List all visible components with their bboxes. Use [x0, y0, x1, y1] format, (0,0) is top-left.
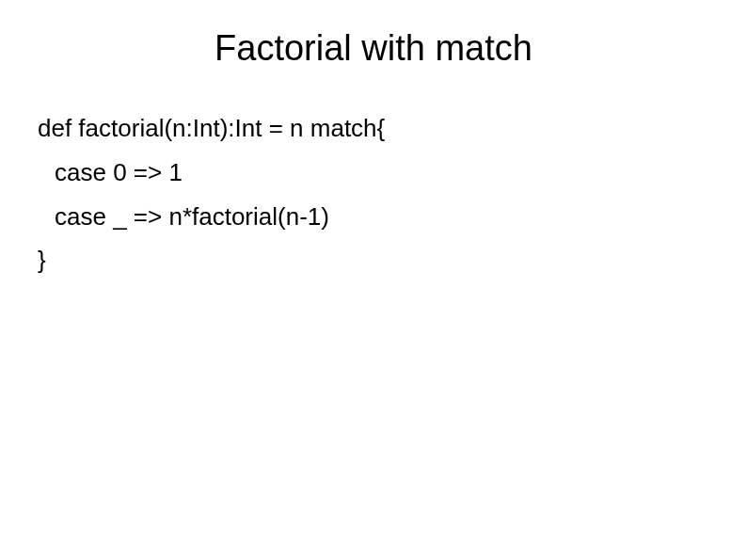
code-line-1: def factorial(n:Int):Int = n match{ — [38, 106, 709, 151]
slide: Factorial with match def factorial(n:Int… — [0, 0, 747, 560]
code-line-2: case 0 => 1 — [38, 151, 709, 195]
slide-title: Factorial with match — [38, 28, 709, 69]
code-block: def factorial(n:Int):Int = n match{ case… — [38, 106, 709, 282]
code-line-4: } — [38, 238, 709, 282]
code-line-3: case _ => n*factorial(n-1) — [38, 195, 709, 239]
